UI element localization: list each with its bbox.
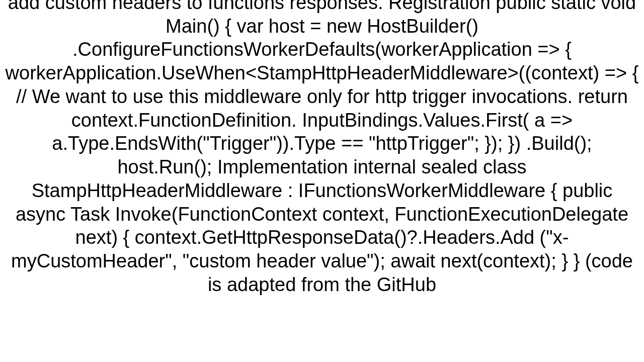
- document-text: add custom headers to functions response…: [0, 0, 644, 297]
